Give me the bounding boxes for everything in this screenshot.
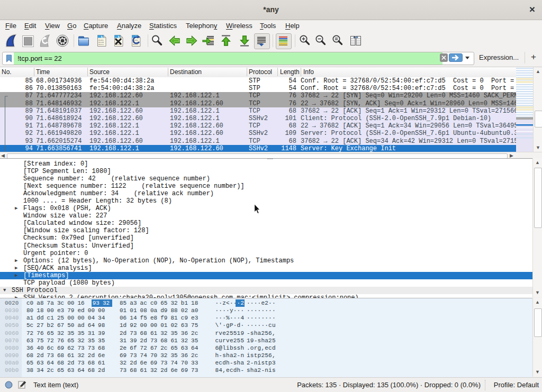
svg-text:0111: 0111: [98, 43, 104, 45]
